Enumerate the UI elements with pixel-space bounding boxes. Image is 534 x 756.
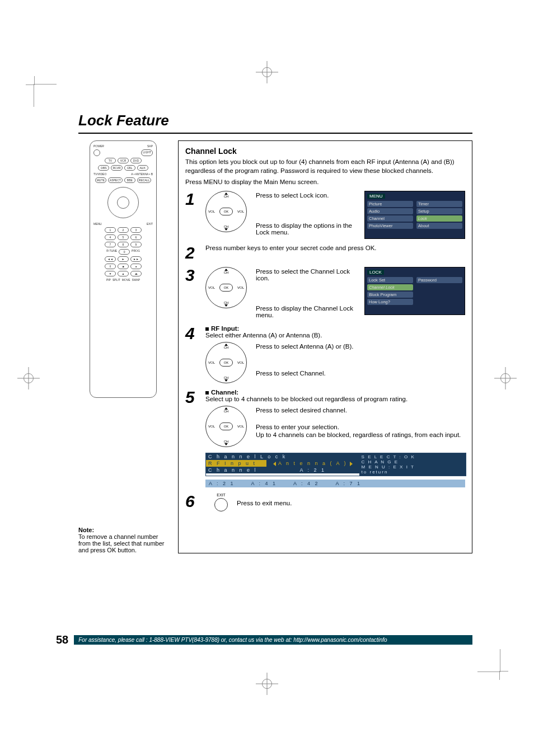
remote-aux: AUX [137,165,148,171]
control-pad-icon: CH VOL OK VOL CH [205,406,247,447]
remote-light-button: LIGHT [141,149,153,156]
exit-label: EXIT [211,493,231,497]
remote-num-4: 4 [105,234,116,240]
remote-cbl: CBL [124,165,135,171]
footer-assistance-bar: For assistance, please call : 1-888-VIEW… [74,635,472,645]
remote-recall: RECALL [137,177,151,183]
remote-antenna: A • ANTENNA • B [131,172,153,176]
remote-exit: EXIT [147,222,153,226]
cl-rf-value: A n t e n n a ( A ) [266,460,359,467]
exit-button-icon: EXIT [211,493,231,513]
remote-pipch: ▲ [118,271,129,276]
remote-num-2: 2 [118,227,129,233]
remote-ff: ►► [130,256,142,262]
step-3-line-1: Press to select the Channel Lock icon. [256,268,355,281]
title-rule [78,133,472,134]
remote-stop: ■ [118,264,129,269]
control-pad-icon: CH VOL OK VOL CH [205,267,247,308]
registration-mark-bottom [262,679,272,689]
remote-swap: SWAP [132,278,140,281]
remote-mute: MUTE [95,177,106,183]
main-procedure-panel: Channel Lock This option lets you block … [178,140,472,553]
remote-num-3: 3 [130,227,142,233]
cl-title: C h a n n e l L o c k [206,453,359,460]
menu-item-blockprogram: Block Program [367,292,413,298]
menu-item-audio: Audio [367,208,413,214]
remote-menu: MENU [93,222,102,226]
step-6-text: Press to exit menu. [237,500,465,506]
cl-ch-label: C h a n n e l [206,467,266,473]
remote-vcr: VCR [118,158,129,163]
step-1-line-1: Press to select Lock icon. [256,192,355,199]
remote-num-9: 9 [130,242,142,247]
section-intro: This option lets you block out up to fou… [185,158,465,175]
lock-menu-title: LOCK [367,270,384,275]
control-pad-icon: CH VOL OK VOL CH [205,191,247,232]
remote-power-label: POWER [93,144,104,148]
step-5-line-3: Up to 4 channels can be blocked, regardl… [256,431,465,438]
remote-freeze: ▼ [105,271,116,276]
menu-item-timer: Timer [416,201,462,207]
remote-move: MOVE [122,278,130,281]
remote-tv: TV [105,158,116,163]
remote-prog: PROG [132,249,140,255]
control-pad-icon: CH VOL OK VOL CH [205,342,247,383]
remote-bbe: BBE [124,177,135,183]
note-title: Note: [78,527,168,533]
remote-num-8: 8 [118,242,129,247]
remote-sap-label: SAP [147,144,153,148]
remote-pause: II [105,264,116,269]
remote-control-illustration: POWERSAP LIGHT TVVCRDVD DBSRCVRCBLAUX TV… [90,140,157,398]
remote-aspect: ASPECT [108,177,123,183]
step-1-number: 1 [185,191,200,208]
remote-dvd: DVD [130,158,142,163]
step-2: 2 Press number keys to enter your secret… [185,245,465,261]
section-title: Channel Lock [185,147,465,156]
step-4-line-1: Press to select Antenna (A) or (B). [256,343,465,350]
remote-num-5: 5 [118,234,129,240]
bullet-icon [205,327,209,331]
step-2-text: Press number keys to enter your secret c… [205,245,465,251]
step-4: 4 RF Input: Select either Antenna (A) or… [185,325,465,383]
step-5-heading: Channel: [211,389,238,396]
page-title: Lock Feature [78,112,472,129]
remote-num-7: 7 [105,242,116,247]
registration-mark-right [500,373,510,383]
registration-mark-top [262,67,272,77]
remote-num-0: 0 [119,249,130,255]
step-3: 3 CH VOL OK VOL CH Press to select the C… [185,267,465,320]
note-body: To remove a channel number from the list… [78,533,168,553]
remote-rtune: R-TUNE [106,249,117,255]
menu-item-channellock: Channel Lock [367,284,413,290]
step-4-line-2: Press to select Channel. [256,370,465,377]
registration-mark-left [24,373,34,383]
remote-num-1: 1 [105,227,116,233]
remote-rec: ● [130,264,142,269]
step-5-line-1: Press to select desired channel. [256,407,465,414]
step-5-number: 5 [185,389,200,406]
menu-item-password: Password [416,277,462,283]
remote-search: ⏏ [130,271,142,276]
remote-play: ► [118,256,129,262]
remote-dbs: DBS [98,165,109,171]
remote-num-6: 6 [130,234,142,240]
menu-item-setup: Setup [416,208,462,214]
step-5: 5 Channel: Select up to 4 channels to be… [185,389,465,487]
remote-rcvr: RCVR [111,165,122,171]
step-6-number: 6 [185,493,200,510]
step-6: 6 EXIT Press to exit menu. [185,493,465,513]
remote-power-button [93,149,100,156]
step-2-number: 2 [185,245,200,261]
main-menu-thumbnail: MENU Picture Timer Audio Setup Channel L… [364,191,465,239]
cl-ch-value: A : 2 1 [266,467,359,473]
cl-values-strip: A : 2 1 A : 4 1 A : 4 2 A : 7 1 [205,480,465,487]
step-1: 1 CH VOL OK VOL CH Press to select Lock … [185,191,465,239]
menu-item-about: About [416,223,462,229]
remote-nav-ring [107,187,139,218]
step-4-heading: RF Input: [211,325,239,332]
press-menu-instruction: Press MENU to display the Main Menu scre… [185,179,465,185]
crop-mark-bottom-right [477,649,500,672]
bullet-icon [205,391,209,395]
menu-item-channel: Channel [367,215,413,222]
step-5-sub: Select up to 4 channels to be blocked ou… [205,396,465,402]
